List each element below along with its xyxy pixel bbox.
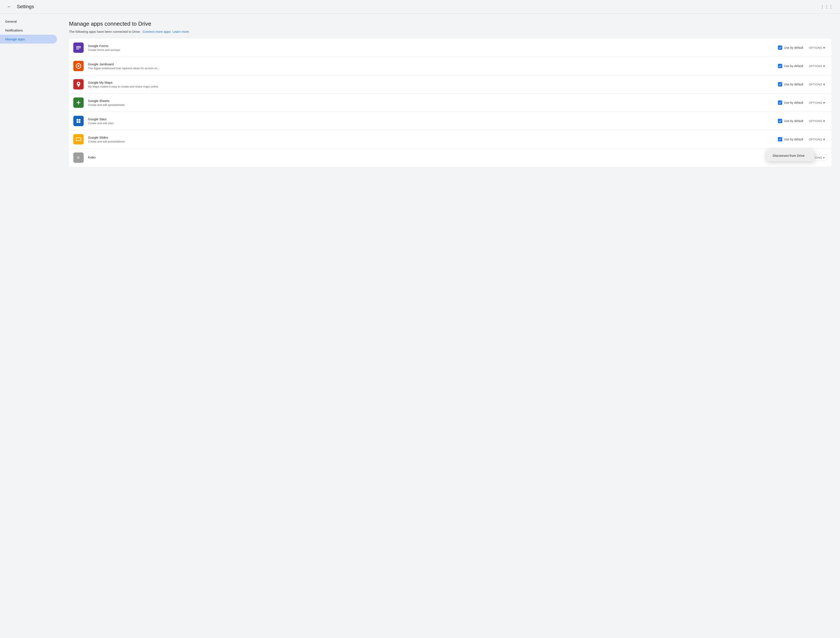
page-title: Settings <box>17 4 34 9</box>
table-row: Google Slides Create and edit presentati… <box>69 130 831 148</box>
svg-point-4 <box>77 65 79 67</box>
table-row: Google Sites Create and edit sites Use b… <box>69 112 831 130</box>
top-bar-left: ← Settings <box>5 3 34 10</box>
app-icon-google-sheets <box>73 98 84 108</box>
checkbox-wrap: Use by default <box>778 119 803 123</box>
svg-rect-2 <box>76 49 79 49</box>
use-by-default-checkbox-google-sites[interactable] <box>778 119 782 123</box>
app-controls-google-forms: Use by default OPTIONS ▾ <box>778 44 827 51</box>
table-row: Google Sheets Create and edit spreadshee… <box>69 93 831 112</box>
use-by-default-label-google-jamboard: Use by default <box>784 64 803 68</box>
chevron-down-icon: ▾ <box>823 46 825 50</box>
sidebar-item-general[interactable]: General <box>0 17 57 26</box>
app-controls-google-jamboard: Use by default OPTIONS ▾ <box>778 63 827 69</box>
app-icon-google-slides <box>73 134 84 144</box>
app-icon-google-sites <box>73 116 84 126</box>
table-row: Google My Maps My Maps makes it easy to … <box>69 75 831 93</box>
app-desc-google-sites: Create and edit sites <box>88 122 778 125</box>
app-controls-google-slides: Use by default OPTIONS ▾ <box>778 136 827 143</box>
options-button-google-forms[interactable]: OPTIONS ▾ <box>807 44 827 51</box>
app-name-google-sheets: Google Sheets <box>88 99 778 103</box>
app-info-google-my-maps: Google My Maps My Maps makes it easy to … <box>88 81 778 88</box>
app-info-google-sheets: Google Sheets Create and edit spreadshee… <box>88 99 778 106</box>
options-dropdown: Disconnect from Drive <box>767 150 814 161</box>
layout: General Notifications Manage apps Manage… <box>0 14 840 638</box>
checkbox-wrap: Use by default <box>778 101 803 105</box>
app-name-kobo: Kobo <box>88 155 806 159</box>
chevron-down-icon: ▾ <box>823 156 825 160</box>
back-button[interactable]: ← <box>5 3 13 10</box>
app-icon-google-my-maps <box>73 79 84 90</box>
main-title: Manage apps connected to Drive <box>69 21 831 27</box>
app-name-google-forms: Google Forms <box>88 44 778 47</box>
subtitle-text: The following apps have been connected t… <box>69 30 141 33</box>
checkbox-wrap: Use by default <box>778 64 803 68</box>
svg-rect-12 <box>76 138 81 141</box>
dots-menu-button[interactable]: ⋮⋮⋮ <box>818 3 835 10</box>
use-by-default-checkbox-google-forms[interactable] <box>778 46 782 50</box>
use-by-default-label-google-sheets: Use by default <box>784 101 803 104</box>
chevron-down-icon: ▾ <box>823 137 825 141</box>
table-row: Google Jamboard The digital whiteboard t… <box>69 57 831 75</box>
use-by-default-checkbox-google-jamboard[interactable] <box>778 64 782 68</box>
options-button-google-jamboard[interactable]: OPTIONS ▾ <box>807 63 827 69</box>
app-icon-google-forms <box>73 43 84 53</box>
options-button-google-sheets[interactable]: OPTIONS ▾ <box>807 99 827 106</box>
top-bar: ← Settings ⋮⋮⋮ <box>0 0 840 14</box>
use-by-default-label-google-sites: Use by default <box>784 119 803 123</box>
app-controls-google-sheets: Use by default OPTIONS ▾ <box>778 99 827 106</box>
options-button-google-sites[interactable]: OPTIONS ▾ <box>807 118 827 125</box>
svg-rect-1 <box>76 47 81 48</box>
app-icon-kobo: K <box>73 152 84 163</box>
app-desc-google-jamboard: The digital whiteboard that captures ide… <box>88 66 778 70</box>
use-by-default-checkbox-google-sheets[interactable] <box>778 101 782 105</box>
app-controls-google-sites: Use by default OPTIONS ▾ <box>778 118 827 125</box>
use-by-default-checkbox-google-my-maps[interactable] <box>778 82 782 87</box>
use-by-default-label-google-forms: Use by default <box>784 46 803 49</box>
app-info-google-sites: Google Sites Create and edit sites <box>88 117 778 125</box>
app-info-google-slides: Google Slides Create and edit presentati… <box>88 136 778 143</box>
app-name-google-sites: Google Sites <box>88 117 778 121</box>
svg-point-5 <box>78 83 79 84</box>
sidebar-item-manage-apps[interactable]: Manage apps <box>0 35 57 44</box>
sidebar-item-notifications[interactable]: Notifications <box>0 26 57 35</box>
app-name-google-slides: Google Slides <box>88 136 778 139</box>
app-name-google-my-maps: Google My Maps <box>88 81 778 84</box>
app-list: Google Forms Create forms and surveys Us… <box>69 39 831 167</box>
checkbox-wrap: Use by default <box>778 137 803 141</box>
connect-more-link[interactable]: Connect more apps <box>142 30 171 33</box>
disconnect-from-drive-option[interactable]: Disconnect from Drive <box>767 150 814 161</box>
chevron-down-icon: ▾ <box>823 82 825 87</box>
chevron-down-icon: ▾ <box>823 119 825 123</box>
checkbox-wrap: Use by default <box>778 46 803 50</box>
use-by-default-checkbox-google-slides[interactable] <box>778 137 782 141</box>
learn-more-link[interactable]: Learn more <box>172 30 189 33</box>
use-by-default-label-google-slides: Use by default <box>784 137 803 141</box>
app-desc-google-sheets: Create and edit spreadsheets <box>88 103 778 106</box>
chevron-down-icon: ▾ <box>823 64 825 68</box>
sidebar: General Notifications Manage apps <box>0 14 60 638</box>
svg-rect-10 <box>77 121 78 123</box>
connect-info: The following apps have been connected t… <box>69 30 831 33</box>
app-desc-google-my-maps: My Maps makes it easy to create and shar… <box>88 85 778 88</box>
chevron-down-icon: ▾ <box>823 101 825 105</box>
app-controls-google-my-maps: Use by default OPTIONS ▾ <box>778 81 827 88</box>
app-name-google-jamboard: Google Jamboard <box>88 62 778 66</box>
main-content: Manage apps connected to Drive The follo… <box>60 14 840 638</box>
app-icon-google-jamboard <box>73 61 84 71</box>
options-button-google-slides[interactable]: OPTIONS ▾ <box>807 136 827 143</box>
checkbox-wrap: Use by default <box>778 82 803 87</box>
app-desc-google-forms: Create forms and surveys <box>88 48 778 52</box>
app-info-google-forms: Google Forms Create forms and surveys <box>88 44 778 52</box>
table-row: Google Forms Create forms and surveys Us… <box>69 39 831 57</box>
app-info-google-jamboard: Google Jamboard The digital whiteboard t… <box>88 62 778 70</box>
svg-rect-11 <box>79 121 81 123</box>
options-button-google-my-maps[interactable]: OPTIONS ▾ <box>807 81 827 88</box>
svg-rect-8 <box>77 119 78 121</box>
table-row: K Kobo OPTIONS ▾ <box>69 148 831 167</box>
app-desc-google-slides: Create and edit presentations <box>88 140 778 143</box>
svg-rect-9 <box>79 119 81 121</box>
use-by-default-label-google-my-maps: Use by default <box>784 82 803 86</box>
app-info-kobo: Kobo <box>88 155 806 160</box>
svg-rect-0 <box>76 46 81 47</box>
